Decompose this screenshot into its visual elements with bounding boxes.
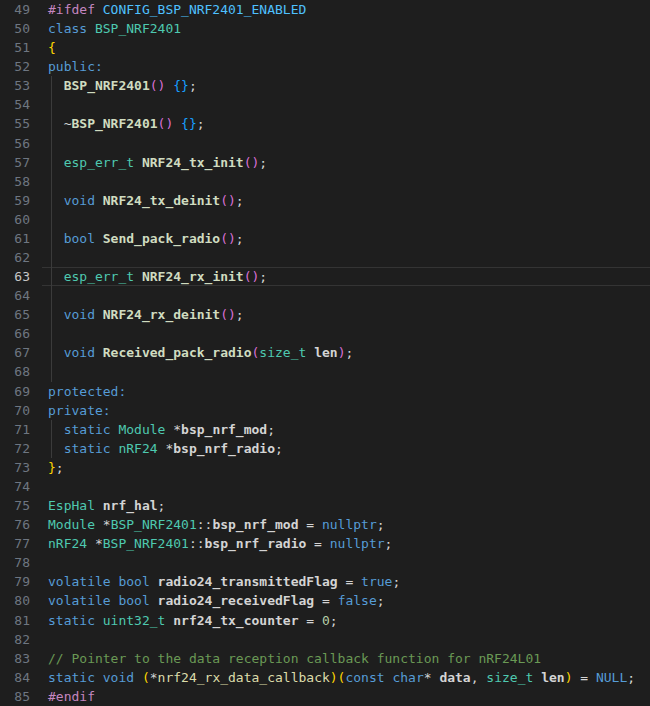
code-line[interactable]: 78 xyxy=(0,553,650,572)
code-line[interactable]: 77nRF24 *BSP_NRF2401::bsp_nrf_radio = nu… xyxy=(0,534,650,553)
code-token xyxy=(134,269,142,284)
code-line-content[interactable]: esp_err_t NRF24_rx_init(); xyxy=(42,267,650,286)
code-token: NRF24_rx_init xyxy=(142,269,244,284)
code-line-content[interactable] xyxy=(42,477,650,496)
code-line[interactable]: 71 static Module *bsp_nrf_mod; xyxy=(0,420,650,439)
code-line-content[interactable]: EspHal nrf_hal; xyxy=(42,496,650,515)
code-line-content[interactable]: void Received_pack_radio(size_t len); xyxy=(42,343,650,362)
code-token xyxy=(48,78,64,93)
code-line-content[interactable]: #endif xyxy=(42,687,650,706)
code-token: () xyxy=(220,307,236,322)
code-line-content[interactable]: esp_err_t NRF24_tx_init(); xyxy=(42,153,650,172)
code-line-content[interactable]: BSP_NRF2401() {}; xyxy=(42,76,650,95)
code-line-content[interactable] xyxy=(42,172,650,191)
code-line[interactable]: 59 void NRF24_tx_deinit(); xyxy=(0,191,650,210)
code-line[interactable]: 60 xyxy=(0,210,650,229)
code-line-content[interactable] xyxy=(42,324,650,343)
code-token: Module xyxy=(118,422,165,437)
code-line-content[interactable] xyxy=(42,362,650,381)
line-number: 55 xyxy=(0,114,42,133)
code-token: nullptr xyxy=(322,517,377,532)
code-line[interactable]: 81static uint32_t nrf24_tx_counter = 0; xyxy=(0,611,650,630)
code-token: NULL xyxy=(596,670,627,685)
code-line[interactable]: 85#endif xyxy=(0,687,650,706)
code-line[interactable]: 70private: xyxy=(0,401,650,420)
code-line[interactable]: 50class BSP_NRF2401 xyxy=(0,19,650,38)
code-line[interactable]: 80volatile bool radio24_receivedFlag = f… xyxy=(0,591,650,610)
code-line[interactable]: 57 esp_err_t NRF24_tx_init(); xyxy=(0,153,650,172)
code-line-content[interactable]: static nRF24 *bsp_nrf_radio; xyxy=(42,439,650,458)
code-line[interactable]: 53 BSP_NRF2401() {}; xyxy=(0,76,650,95)
code-line[interactable]: 55 ~BSP_NRF2401() {}; xyxy=(0,114,650,133)
code-line[interactable]: 62 xyxy=(0,248,650,267)
code-line-content[interactable]: class BSP_NRF2401 xyxy=(42,19,650,38)
line-number: 64 xyxy=(0,286,42,305)
code-line-content[interactable] xyxy=(42,134,650,153)
code-line-content[interactable]: void NRF24_tx_deinit(); xyxy=(42,191,650,210)
code-line-content[interactable]: private: xyxy=(42,401,650,420)
code-line-content[interactable] xyxy=(42,286,650,305)
code-line-content[interactable] xyxy=(42,210,650,229)
code-line-content[interactable]: bool Send_pack_radio(); xyxy=(42,229,650,248)
code-line[interactable]: 64 xyxy=(0,286,650,305)
code-token: () xyxy=(244,269,260,284)
code-line-content[interactable]: static Module *bsp_nrf_mod; xyxy=(42,420,650,439)
line-number: 81 xyxy=(0,611,42,630)
code-line[interactable]: 84static void (*nrf24_rx_data_callback)(… xyxy=(0,668,650,687)
code-line-content[interactable]: void NRF24_rx_deinit(); xyxy=(42,305,650,324)
code-line-content[interactable]: volatile bool radio24_transmittedFlag = … xyxy=(42,572,650,591)
code-line[interactable]: 72 static nRF24 *bsp_nrf_radio; xyxy=(0,439,650,458)
code-line[interactable]: 79volatile bool radio24_transmittedFlag … xyxy=(0,572,650,591)
code-token: , xyxy=(471,670,487,685)
code-line[interactable]: 61 bool Send_pack_radio(); xyxy=(0,229,650,248)
code-line-content[interactable] xyxy=(42,248,650,267)
code-line-content[interactable]: public: xyxy=(42,57,650,76)
code-token: ; xyxy=(392,574,400,589)
code-line[interactable]: 67 void Received_pack_radio(size_t len); xyxy=(0,343,650,362)
code-line[interactable]: 68 xyxy=(0,362,650,381)
code-line-content[interactable] xyxy=(42,630,650,649)
code-line-content[interactable]: Module *BSP_NRF2401::bsp_nrf_mod = nullp… xyxy=(42,515,650,534)
code-token: BSP_NRF2401 xyxy=(64,78,150,93)
code-line[interactable]: 56 xyxy=(0,134,650,153)
code-line-content[interactable]: volatile bool radio24_receivedFlag = fal… xyxy=(42,591,650,610)
code-line-content[interactable]: ~BSP_NRF2401() {}; xyxy=(42,114,650,133)
code-line[interactable]: 75EspHal nrf_hal; xyxy=(0,496,650,515)
code-line-content[interactable]: // Pointer to the data reception callbac… xyxy=(42,649,650,668)
code-line-content[interactable] xyxy=(42,95,650,114)
code-line-content[interactable]: protected: xyxy=(42,382,650,401)
code-line[interactable]: 51{ xyxy=(0,38,650,57)
code-line[interactable]: 58 xyxy=(0,172,650,191)
code-line[interactable]: 65 void NRF24_rx_deinit(); xyxy=(0,305,650,324)
code-line[interactable]: 66 xyxy=(0,324,650,343)
code-line[interactable]: 63 esp_err_t NRF24_rx_init(); xyxy=(0,267,650,286)
code-line[interactable]: 82 xyxy=(0,630,650,649)
code-token: volatile xyxy=(48,574,111,589)
line-number: 83 xyxy=(0,649,42,668)
code-line[interactable]: 76Module *BSP_NRF2401::bsp_nrf_mod = nul… xyxy=(0,515,650,534)
code-line-content[interactable]: static void (*nrf24_rx_data_callback)(co… xyxy=(42,668,650,687)
code-line-content[interactable]: { xyxy=(42,38,650,57)
code-line[interactable]: 49#ifdef CONFIG_BSP_NRF2401_ENABLED xyxy=(0,0,650,19)
code-line[interactable]: 69protected: xyxy=(0,382,650,401)
code-token: bool xyxy=(64,231,95,246)
code-line-content[interactable]: nRF24 *BSP_NRF2401::bsp_nrf_radio = null… xyxy=(42,534,650,553)
code-line[interactable]: 74 xyxy=(0,477,650,496)
line-number: 65 xyxy=(0,305,42,324)
code-token: len xyxy=(541,670,564,685)
code-line[interactable]: 52public: xyxy=(0,57,650,76)
code-token: radio24_receivedFlag xyxy=(158,593,315,608)
code-line-content[interactable]: static uint32_t nrf24_tx_counter = 0; xyxy=(42,611,650,630)
code-line-content[interactable]: }; xyxy=(42,458,650,477)
line-number: 58 xyxy=(0,172,42,191)
code-token: ; xyxy=(275,441,283,456)
code-line[interactable]: 83// Pointer to the data reception callb… xyxy=(0,649,650,668)
code-line[interactable]: 54 xyxy=(0,95,650,114)
code-line[interactable]: 73}; xyxy=(0,458,650,477)
code-token xyxy=(95,307,103,322)
line-number: 50 xyxy=(0,19,42,38)
code-editor[interactable]: 49#ifdef CONFIG_BSP_NRF2401_ENABLED50cla… xyxy=(0,0,650,706)
code-line-content[interactable] xyxy=(42,553,650,572)
code-line-content[interactable]: #ifdef CONFIG_BSP_NRF2401_ENABLED xyxy=(42,0,650,19)
code-token: = xyxy=(298,517,321,532)
